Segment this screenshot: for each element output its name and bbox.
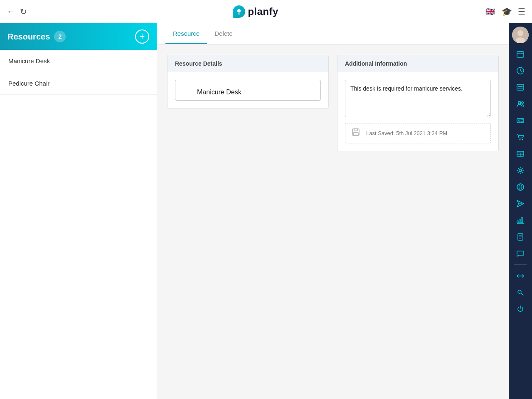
form-content: Resource Details Name [157, 45, 509, 399]
last-saved-text: Last Saved: 5th Jul 2021 3:34 PM [366, 130, 447, 136]
top-bar-right: 🇬🇧 🎓 ☰ [484, 7, 525, 17]
sidebar-title: Resources 2 [7, 31, 66, 42]
main-layout: Resources 2 + Manicure Desk Pedicure Cha… [0, 23, 532, 399]
resource-list: Manicure Desk Pedicure Chair [0, 50, 157, 399]
svg-point-18 [522, 102, 524, 104]
svg-point-10 [517, 30, 523, 36]
resource-details-header: Resource Details [167, 55, 328, 72]
content-area: Resource Delete Resource Details Name [157, 23, 509, 399]
send-icon[interactable] [509, 195, 532, 212]
top-bar: ← ↻ planfy 🇬🇧 🎓 ☰ [0, 0, 532, 23]
sidebar-left: Resources 2 + Manicure Desk Pedicure Cha… [0, 23, 157, 399]
clock-icon[interactable] [509, 62, 532, 79]
tab-delete[interactable]: Delete [207, 24, 240, 44]
menu-icon[interactable]: ☰ [518, 7, 525, 17]
svg-rect-7 [354, 129, 357, 131]
tab-resource[interactable]: Resource [165, 24, 207, 44]
users-icon[interactable] [509, 96, 532, 112]
resource-details-section: Resource Details Name [167, 55, 329, 108]
svg-rect-8 [353, 133, 358, 135]
svg-point-20 [518, 120, 520, 121]
message-icon[interactable] [509, 245, 532, 262]
power-icon[interactable] [509, 300, 532, 317]
resource-name-input[interactable] [175, 80, 321, 101]
avatar[interactable] [512, 27, 529, 43]
tabs-bar: Resource Delete [157, 23, 509, 45]
back-button[interactable]: ← [7, 7, 15, 16]
key-icon[interactable] [509, 284, 532, 300]
sidebar-title-text: Resources [7, 32, 50, 42]
gear-icon[interactable] [509, 162, 532, 179]
svg-point-21 [520, 139, 521, 140]
id-card-icon[interactable] [509, 112, 532, 129]
svg-point-17 [518, 101, 521, 104]
list-item[interactable]: Pedicure Chair [0, 72, 157, 95]
save-row: Last Saved: 5th Jul 2021 3:34 PM [345, 123, 491, 143]
language-flag[interactable]: 🇬🇧 [484, 8, 496, 15]
list-icon[interactable] [509, 79, 532, 96]
svg-rect-13 [519, 51, 520, 52]
graduation-icon[interactable]: 🎓 [502, 7, 512, 17]
globe-icon[interactable] [509, 179, 532, 195]
cart-icon[interactable] [509, 129, 532, 145]
switch-icon[interactable] [509, 267, 532, 284]
divider [514, 264, 527, 265]
name-field-wrapper: Name [175, 80, 321, 101]
svg-point-22 [522, 139, 523, 140]
right-nav [509, 23, 532, 399]
list-item[interactable]: Manicure Desk [0, 50, 157, 72]
logo-icon [233, 5, 245, 18]
notes-textarea[interactable]: This desk is required for manicure servi… [345, 80, 491, 117]
resource-details-body: Name [167, 72, 328, 108]
refresh-button[interactable]: ↻ [20, 7, 27, 17]
logo-text: planfy [248, 6, 278, 17]
table-icon[interactable] [509, 145, 532, 162]
svg-point-0 [237, 9, 241, 12]
report-icon[interactable] [509, 229, 532, 245]
svg-rect-12 [517, 52, 524, 57]
chart-icon[interactable] [509, 212, 532, 229]
additional-info-body: This desk is required for manicure servi… [337, 72, 498, 151]
calendar-icon[interactable] [509, 46, 532, 62]
top-bar-left: ← ↻ [7, 7, 27, 17]
resources-badge: 2 [54, 31, 66, 42]
svg-rect-14 [521, 51, 522, 52]
svg-point-24 [519, 169, 522, 172]
logo: planfy [233, 5, 278, 18]
svg-rect-16 [517, 84, 524, 90]
sidebar-header: Resources 2 + [0, 23, 157, 50]
save-icon [351, 128, 360, 139]
additional-info-header: Additional Information [337, 55, 498, 72]
add-resource-button[interactable]: + [135, 30, 149, 44]
additional-info-section: Additional Information This desk is requ… [337, 55, 499, 151]
